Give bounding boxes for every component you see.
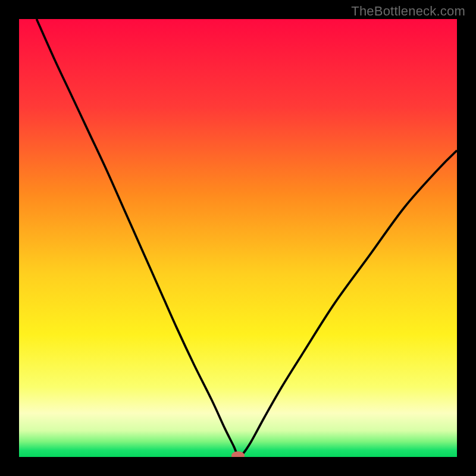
plot-background — [19, 19, 457, 457]
bottleneck-plot — [19, 19, 457, 457]
watermark-text: TheBottleneck.com — [351, 4, 465, 19]
chart-frame: TheBottleneck.com — [0, 0, 476, 476]
optimal-point-marker — [232, 452, 245, 457]
